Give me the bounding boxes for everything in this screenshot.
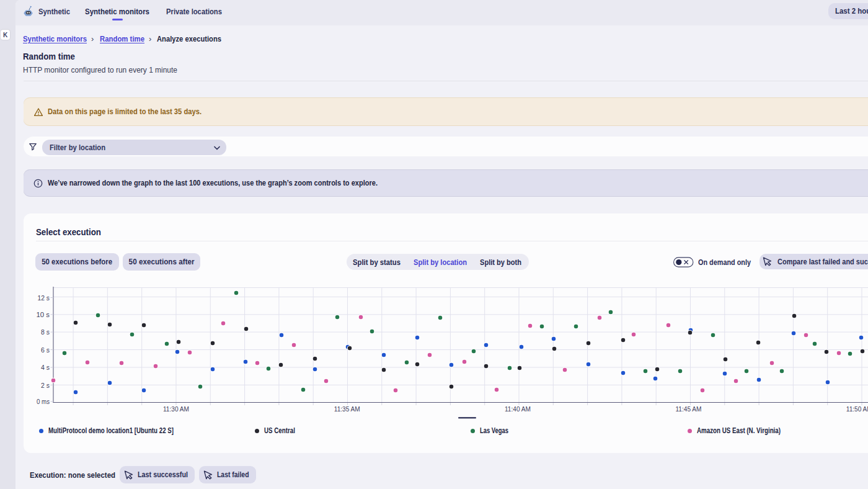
svg-text:10 s: 10 s xyxy=(37,311,50,318)
svg-text:11:40 AM: 11:40 AM xyxy=(505,405,531,413)
svg-text:6 s: 6 s xyxy=(41,346,50,354)
svg-text:0 ms: 0 ms xyxy=(37,398,50,405)
svg-text:11:50 AM: 11:50 AM xyxy=(846,405,868,413)
svg-text:11:30 AM: 11:30 AM xyxy=(163,405,189,413)
svg-text:11:45 AM: 11:45 AM xyxy=(676,405,702,413)
svg-text:12 s: 12 s xyxy=(38,294,50,302)
svg-text:8 s: 8 s xyxy=(41,328,50,336)
svg-text:2 s: 2 s xyxy=(41,382,50,389)
svg-text:4 s: 4 s xyxy=(41,364,50,371)
svg-text:11:35 AM: 11:35 AM xyxy=(334,405,360,413)
